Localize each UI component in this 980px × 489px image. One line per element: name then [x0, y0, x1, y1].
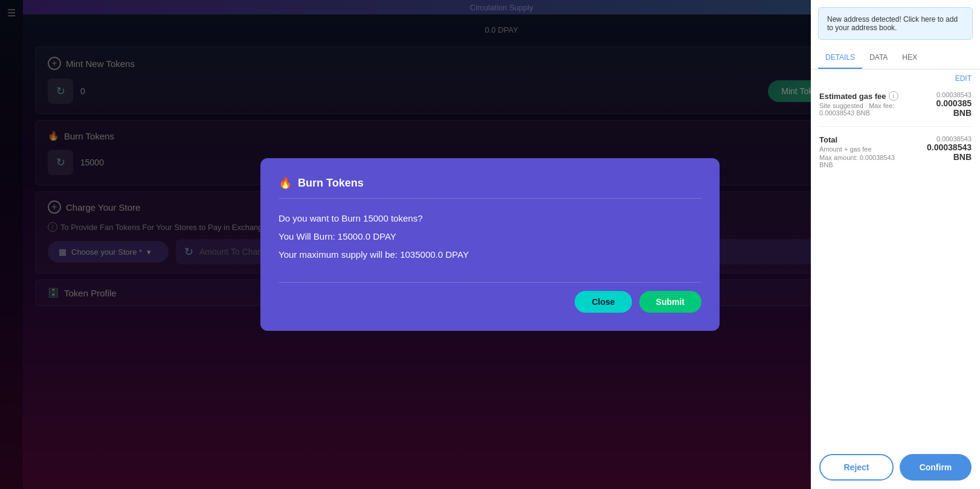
tab-details[interactable]: DETAILS: [818, 47, 862, 69]
edit-link[interactable]: EDIT: [811, 69, 980, 85]
metamask-buttons: Reject Confirm: [811, 446, 980, 489]
total-label: Total: [819, 135, 908, 144]
total-sublabel: Amount + gas fee: [819, 145, 908, 153]
gas-info-icon: i: [889, 91, 898, 101]
modal-line2: You Will Burn: 15000.0 DPAY: [279, 228, 701, 246]
total-large: 0.00038543 BNB: [908, 142, 972, 162]
gas-fee-large: 0.000385 BNB: [925, 98, 972, 118]
gas-fee-label-group: Estimated gas fee i Site suggested Max f…: [819, 91, 925, 117]
total-label-group: Total Amount + gas fee Max amount: 0.000…: [819, 135, 908, 168]
gas-fee-label: Estimated gas fee i: [819, 91, 925, 101]
modal-flame-icon: 🔥: [279, 176, 292, 190]
modal-line1: Do you want to Burn 15000 tokens?: [279, 209, 701, 228]
modal-close-button[interactable]: Close: [575, 291, 631, 313]
metamask-content: Estimated gas fee i Site suggested Max f…: [811, 85, 980, 446]
modal-line3: Your maximum supply will be: 1035000.0 D…: [279, 246, 701, 264]
modal-title: 🔥 Burn Tokens: [279, 176, 701, 199]
gas-fee-row: Estimated gas fee i Site suggested Max f…: [819, 91, 972, 127]
metamask-notification[interactable]: New address detected! Click here to add …: [818, 7, 973, 40]
gas-fee-values: 0.00038543 0.000385 BNB: [925, 91, 972, 118]
reject-button[interactable]: Reject: [819, 454, 894, 481]
gas-fee-small: 0.00038543: [925, 91, 972, 98]
metamask-panel: New address detected! Click here to add …: [811, 0, 980, 489]
total-max-sublabel: Max amount: 0.00038543 BNB: [819, 154, 908, 168]
modal-title-text: Burn Tokens: [298, 177, 364, 190]
modal-body: Do you want to Burn 15000 tokens? You Wi…: [279, 209, 701, 264]
confirm-button[interactable]: Confirm: [900, 454, 972, 481]
tab-data[interactable]: DATA: [862, 47, 895, 69]
total-small: 0.00038543: [908, 135, 972, 142]
gas-fee-sublabel: Site suggested Max fee: 0.00038543 BNB: [819, 102, 925, 117]
total-values: 0.00038543 0.00038543 BNB: [908, 135, 972, 162]
burn-tokens-modal: 🔥 Burn Tokens Do you want to Burn 15000 …: [260, 158, 720, 331]
metamask-tabs: DETAILS DATA HEX: [811, 47, 980, 69]
modal-footer: Close Submit: [279, 282, 701, 313]
tab-hex[interactable]: HEX: [895, 47, 924, 69]
modal-submit-button[interactable]: Submit: [639, 291, 701, 313]
total-row: Total Amount + gas fee Max amount: 0.000…: [819, 135, 972, 168]
